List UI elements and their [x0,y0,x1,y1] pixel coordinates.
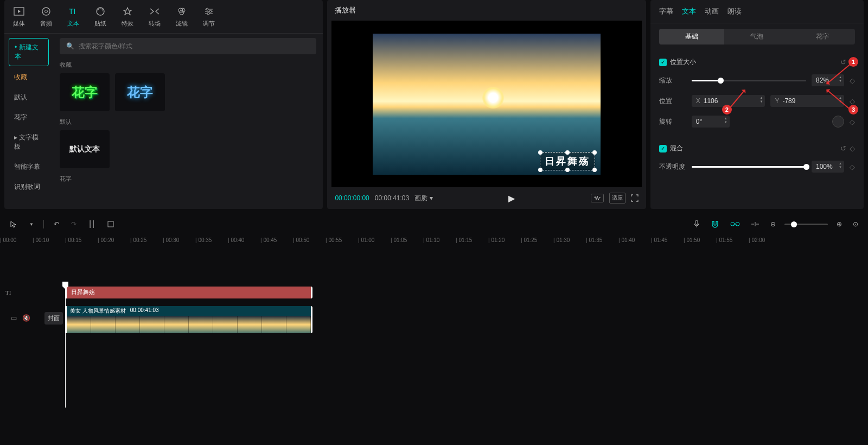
playhead[interactable] [65,283,66,408]
rotation-dial[interactable] [832,116,844,128]
sidebar-favorites[interactable]: 收藏 [9,68,49,86]
blend-checkbox[interactable]: ✓ [659,145,667,152]
audio-icon [40,5,52,17]
mute-icon[interactable]: 🔇 [22,314,30,322]
assets-list: 🔍 收藏 花字 花字 默认 默认文本 花字 [53,34,323,209]
sub-tabs: 基础 气泡 花字 [659,29,855,44]
keyframe-icon[interactable]: ◇ [850,163,855,171]
search-box[interactable]: 🔍 [60,38,316,54]
tab-effects[interactable]: 特效 [118,4,137,29]
sidebar-text-template[interactable]: ▸ 文字模板 [9,129,49,156]
right-tab-animation[interactable]: 动画 [705,7,719,16]
crop-button[interactable] [105,218,117,230]
zoom-in-button[interactable]: ⊕ [834,218,844,230]
magnet-button[interactable] [709,218,722,230]
sub-tab-huazi[interactable]: 花字 [790,29,855,44]
tab-audio[interactable]: 音频 [37,4,55,29]
right-tab-read[interactable]: 朗读 [727,7,742,16]
keyframe-icon[interactable]: ◇ [850,97,855,105]
text-track-label: TI [5,289,60,296]
reset-icon[interactable]: ↺ [840,144,846,152]
tab-sticker[interactable]: 贴纸 [91,4,110,29]
sub-tab-basic[interactable]: 基础 [659,29,724,44]
redo-button[interactable]: ↷ [69,218,79,230]
time-total: 00:00:41:03 [375,194,409,202]
sticker-icon [94,5,106,17]
zoom-slider[interactable] [784,224,828,225]
stepper-icon[interactable]: ▲▼ [724,117,727,124]
player-viewport[interactable]: 日昇舞殇 [331,21,641,187]
link-button[interactable] [728,219,742,229]
svg-point-11 [207,12,209,15]
position-size-section: ✓ 位置大小 ↺ ◇ 缩放 82% ▲▼ ◇ 1 位置 [650,50,864,136]
tab-media[interactable]: 媒体 [10,4,28,29]
tab-filter[interactable]: 滤镜 [173,4,191,29]
keyframe-icon[interactable]: ◇ [850,118,855,126]
svg-text:TI: TI [69,7,75,16]
time-current: 00:00:00:00 [335,194,369,202]
blend-label: 混合 [670,144,683,153]
reset-icon[interactable]: ↺ [840,58,846,66]
pointer-dropdown[interactable]: ▼ [27,220,36,229]
rotation-input[interactable]: 0° ▲▼ [692,116,730,128]
sub-tab-bubble[interactable]: 气泡 [724,29,789,44]
text-overlay-selection[interactable]: 日昇舞殇 [540,152,595,170]
mic-button[interactable] [691,218,702,231]
timeline: ▼ ↶ ↷ ⎮⎮ ⊖ ⊕ ⊙ | 00:00| 00:10| 00:15| 00… [0,213,868,408]
sidebar-new-text[interactable]: • 新建文本 [9,38,49,66]
asset-huazi-blue[interactable]: 花字 [115,73,165,111]
preview-cut-button[interactable] [749,219,762,230]
annotation-2: 2 [722,105,732,115]
section-favorites: 收藏 [60,61,316,69]
keyframe-icon[interactable]: ◇ [850,77,855,85]
svg-marker-1 [18,10,21,13]
pointer-tool[interactable] [8,218,20,230]
quality-selector[interactable]: 画质 ▾ [414,194,432,203]
search-input[interactable] [79,42,310,50]
video-frame: 日昇舞殇 [373,34,601,175]
svg-rect-12 [108,221,113,227]
video-clip[interactable]: 美女 人物风景情感素材 00:00:41:03 [65,306,312,333]
right-tab-text[interactable]: 文本 [682,7,696,16]
opacity-slider[interactable] [692,166,806,168]
sidebar-huazi[interactable]: 花字 [9,109,49,126]
annotation-1: 1 [848,57,858,67]
undo-button[interactable]: ↶ [52,218,61,230]
scale-slider[interactable] [692,80,806,81]
split-button[interactable]: ⎮⎮ [86,218,97,230]
timeline-ruler[interactable]: | 00:00| 00:10| 00:15| 00:20| 00:25| 00:… [0,235,868,245]
keyframe-icon[interactable]: ◇ [850,144,855,152]
opacity-input[interactable]: 100% ▲▼ [812,161,844,173]
timeline-tracks[interactable]: TI 日昇舞殇 ▭ 🔇 封面 美女 人物风景情感素材 00:00:41:03 [0,283,868,408]
tab-adjust[interactable]: 调节 [200,4,218,29]
sidebar-recognize-lyrics[interactable]: 识别歌词 [9,178,49,196]
cover-button[interactable]: 封面 [44,312,63,325]
svg-point-10 [209,10,212,12]
sidebar-smart-subtitle[interactable]: 智能字幕 [9,158,49,176]
tab-text[interactable]: TI 文本 [64,4,82,29]
asset-default-text[interactable]: 默认文本 [60,130,110,168]
right-tab-subtitle[interactable]: 字幕 [659,7,673,16]
player-controls: 00:00:00:00 00:00:41:03 画质 ▾ ▶ 适应 [327,187,646,209]
zoom-fit-button[interactable]: ⊙ [851,218,860,230]
text-clip[interactable]: 日昇舞殇 [65,287,312,298]
transition-icon [149,5,161,17]
stepper-icon[interactable]: ▲▼ [839,75,842,83]
video-track-controls: ▭ 🔇 [11,314,30,322]
text-track: TI 日昇舞殇 [65,283,868,302]
stepper-icon[interactable]: ▲▼ [839,162,842,169]
lock-icon[interactable]: ▭ [11,314,17,322]
fit-button[interactable]: 适应 [609,193,626,204]
zoom-out-button[interactable]: ⊖ [768,218,778,230]
asset-huazi-green[interactable]: 花字 [60,73,110,111]
position-size-label: 位置大小 [670,58,696,67]
video-clip-name: 美女 人物风景情感素材 [70,307,126,315]
waveform-button[interactable] [591,194,604,202]
pos-y-input[interactable]: Y -789 ▲▼ [770,95,844,107]
fullscreen-button[interactable] [631,194,639,202]
stepper-icon[interactable]: ▲▼ [760,96,763,104]
play-button[interactable]: ▶ [508,193,515,204]
sidebar-default[interactable]: 默认 [9,88,49,106]
position-size-checkbox[interactable]: ✓ [659,59,667,66]
tab-transition[interactable]: 转场 [145,4,164,29]
